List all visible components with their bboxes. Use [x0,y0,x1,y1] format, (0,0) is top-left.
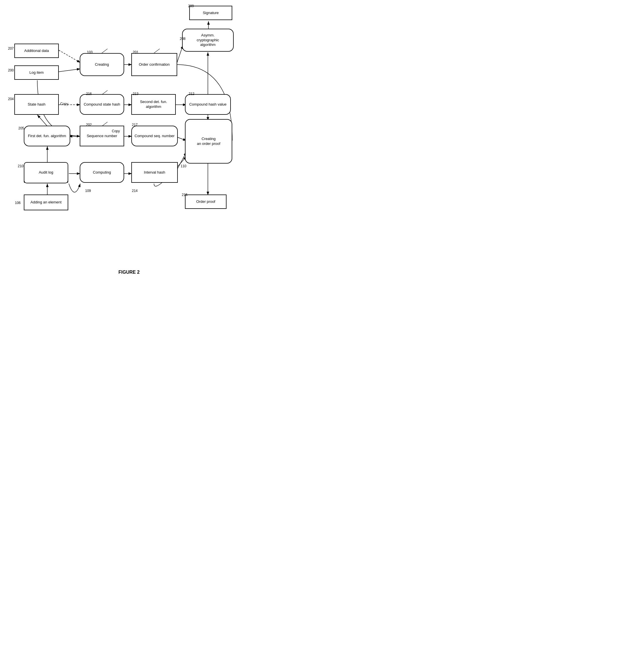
log-item-label: Log item [30,70,44,75]
label-204: 204 [8,97,14,101]
label-212: 212 [189,92,194,96]
label-109: 109 [85,189,91,193]
signature-box: Signature [189,6,232,20]
second-det-label: Second det. fun. algorithm [134,99,173,109]
additional-data-label: Additional data [24,49,49,53]
figure-title: FIGURE 2 [119,270,140,275]
label-207: 207 [8,46,14,51]
sequence-number-label: Sequence number [87,134,117,138]
compound-state-hash-label: Compound state hash [84,102,120,107]
label-216: 216 [86,92,92,96]
label-202: 202 [86,123,92,127]
diagram: Signature Asymm. cryptographic algorithm… [0,0,258,264]
signature-label: Signature [203,11,219,16]
audit-log-cylinder-bottom [24,179,68,183]
creating-order-proof-box: Creating an order proof [185,119,232,163]
compound-hash-value-box: Compound hash value [185,94,231,115]
label-201: 201 [133,50,138,54]
creating-label: Creating [95,62,109,67]
label-205: 205 [18,126,24,130]
copy-label-2: Copy [112,129,120,133]
label-214: 214 [132,189,138,193]
order-confirmation-box: Order confirmation [131,53,177,76]
log-item-box: Log item [14,65,59,80]
svg-line-6 [59,69,80,72]
interval-hash-label: Interval hash [144,170,165,175]
compound-state-hash-box: Compound state hash [80,94,124,115]
creating-order-proof-label: Creating an order proof [197,136,221,146]
adding-element-box: Adding an element [24,194,68,210]
order-proof-label: Order proof [196,199,215,204]
compound-hash-value-label: Compound hash value [189,102,227,107]
label-200: 200 [8,68,14,72]
label-209: 209 [188,4,194,8]
compound-seq-label: Compound seq. number [134,134,174,138]
label-210: 210 [18,164,24,168]
svg-line-11 [37,115,47,126]
sequence-number-box: Sequence number [80,126,124,146]
asymm-box: Asymm. cryptographic algorithm [182,29,234,52]
computing-label: Computing [93,170,111,175]
svg-line-5 [59,50,80,63]
label-215: 215 [182,193,188,197]
order-confirmation-label: Order confirmation [139,62,170,67]
label-110: 110 [181,164,186,168]
second-det-box: Second det. fun. algorithm [131,94,176,115]
compound-seq-box: Compound seq. number [131,126,178,146]
asymm-label: Asymm. cryptographic algorithm [197,33,219,48]
interval-hash-box: Interval hash [131,162,178,183]
audit-log-label: Audit log [39,170,53,175]
state-hash-label: State hash [28,102,45,107]
adding-element-label: Adding an element [30,200,61,205]
first-det-label: First det. fun. algorithm [28,134,66,138]
copy-label-1: Copy [60,102,68,106]
label-217: 217 [132,123,138,127]
creating-box: Creating [80,53,124,76]
figure-caption: FIGURE 2 [0,267,258,278]
additional-data-box: Additional data [14,43,59,58]
svg-line-3 [176,45,183,65]
label-208: 208 [180,37,186,41]
first-det-box: First det. fun. algorithm [24,126,70,146]
computing-box: Computing [80,162,124,183]
order-proof-box: Order proof [185,194,227,209]
label-106: 106 [15,201,21,205]
label-213: 213 [133,92,138,96]
state-hash-box: State hash [14,94,59,115]
label-103: 103 [87,50,93,54]
